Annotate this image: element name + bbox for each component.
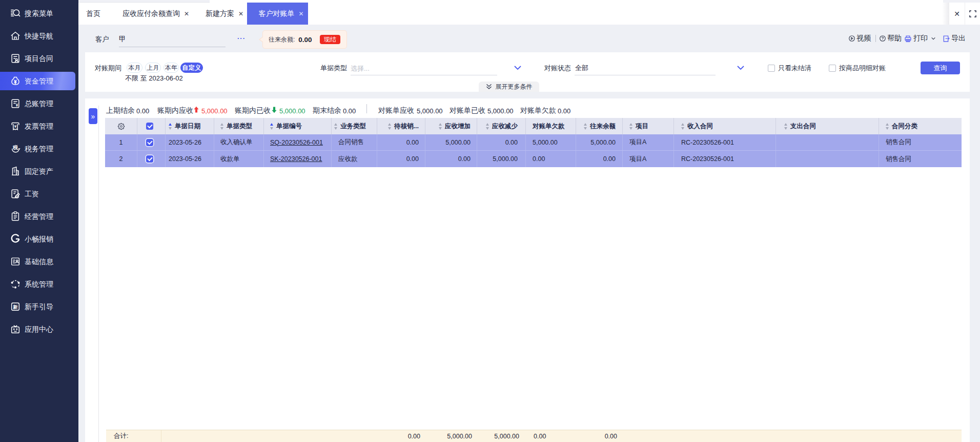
svg-text:¥: ¥: [16, 103, 18, 108]
svg-text:¥: ¥: [14, 124, 17, 129]
svg-text:新: 新: [12, 304, 17, 310]
svg-text:税: 税: [12, 145, 18, 150]
